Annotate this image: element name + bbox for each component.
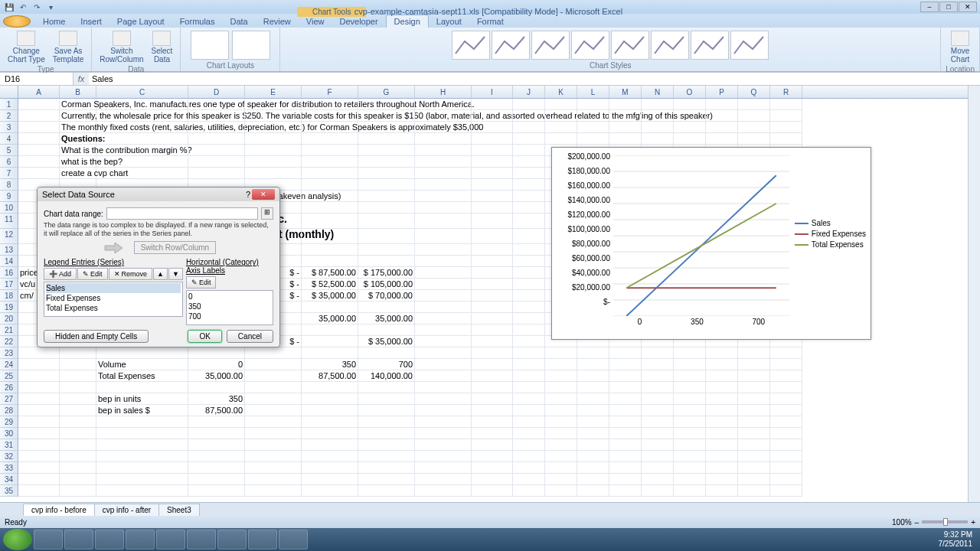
tab-formulas[interactable]: Formulas [172, 15, 223, 28]
chart-style-thumb[interactable] [452, 31, 490, 60]
cell[interactable] [642, 133, 674, 145]
cell[interactable] [706, 428, 738, 439]
cell[interactable] [577, 99, 609, 110]
cell[interactable] [642, 347, 674, 359]
cell[interactable] [577, 393, 609, 405]
chart-style-thumb[interactable] [531, 31, 570, 60]
cell[interactable] [513, 324, 545, 336]
tab-data[interactable]: Data [222, 15, 255, 28]
cell[interactable] [188, 474, 245, 485]
cell[interactable] [188, 156, 245, 168]
cell[interactable] [642, 485, 674, 497]
cell[interactable] [513, 290, 545, 302]
cell[interactable] [18, 439, 60, 451]
formula-input[interactable]: Sales [89, 73, 980, 85]
cell[interactable] [245, 99, 302, 110]
chart-style-thumb[interactable] [571, 31, 609, 60]
hidden-empty-cells-button[interactable]: Hidden and Empty Cells [44, 330, 149, 343]
cell[interactable] [577, 347, 609, 359]
cell[interactable] [415, 428, 472, 439]
cell[interactable] [245, 428, 302, 439]
cell[interactable] [738, 122, 770, 133]
cell[interactable] [415, 302, 472, 313]
cell[interactable] [706, 393, 738, 405]
row-header[interactable]: 3 [0, 122, 18, 133]
cell[interactable] [472, 290, 513, 302]
row-header[interactable]: 33 [0, 462, 18, 474]
cell[interactable] [545, 393, 577, 405]
cell[interactable] [18, 99, 60, 110]
ok-button[interactable]: OK [188, 330, 221, 343]
row-header[interactable]: 32 [0, 451, 18, 462]
cell[interactable] [18, 133, 60, 145]
cell[interactable] [545, 416, 577, 428]
column-header[interactable]: N [642, 86, 674, 98]
cell[interactable] [18, 370, 60, 382]
cell[interactable] [738, 133, 770, 145]
cell[interactable] [18, 156, 60, 168]
cell[interactable]: $ 35,000.00 [358, 336, 415, 347]
cell[interactable] [577, 370, 609, 382]
cell[interactable] [642, 462, 674, 474]
cell[interactable] [188, 99, 245, 110]
cell[interactable] [96, 168, 188, 179]
cell[interactable] [302, 462, 358, 474]
cell[interactable] [415, 214, 472, 229]
cell[interactable] [609, 382, 642, 393]
embedded-chart[interactable]: $200,000.00$180,000.00$160,000.00$140,00… [551, 147, 871, 340]
cell[interactable] [738, 382, 770, 393]
cell[interactable] [96, 110, 188, 122]
cell[interactable] [545, 110, 577, 122]
cell[interactable]: Questions: [60, 133, 96, 145]
tab-review[interactable]: Review [256, 15, 299, 28]
cell[interactable] [302, 229, 358, 244]
cell[interactable] [302, 405, 358, 416]
cell[interactable] [358, 122, 415, 133]
cell[interactable] [358, 324, 415, 336]
cell[interactable] [188, 439, 245, 451]
cell[interactable] [245, 156, 302, 168]
cell[interactable] [245, 462, 302, 474]
cell[interactable] [472, 393, 513, 405]
cell[interactable] [18, 474, 60, 485]
cell[interactable] [358, 428, 415, 439]
row-header[interactable]: 34 [0, 474, 18, 485]
cell[interactable] [358, 393, 415, 405]
cell[interactable] [513, 256, 545, 267]
cell[interactable]: What is the contribution margin %? [60, 145, 96, 156]
cell[interactable] [415, 191, 472, 202]
cell[interactable] [738, 359, 770, 370]
cell[interactable] [545, 99, 577, 110]
cell[interactable] [302, 202, 358, 214]
cell[interactable] [738, 347, 770, 359]
taskbar-folder-icon[interactable] [95, 530, 124, 549]
cell[interactable] [60, 347, 96, 359]
cell[interactable] [513, 244, 545, 256]
cell[interactable] [18, 359, 60, 370]
cell[interactable] [674, 439, 706, 451]
cell[interactable] [706, 347, 738, 359]
cell[interactable] [642, 405, 674, 416]
cell[interactable] [415, 416, 472, 428]
cell[interactable] [18, 168, 60, 179]
cell[interactable] [706, 474, 738, 485]
cell[interactable] [674, 359, 706, 370]
cell[interactable] [609, 462, 642, 474]
cell[interactable] [513, 313, 545, 324]
cell[interactable] [472, 451, 513, 462]
cell[interactable] [609, 451, 642, 462]
cell[interactable] [545, 359, 577, 370]
cell[interactable] [18, 451, 60, 462]
cell[interactable] [770, 359, 802, 370]
cell[interactable] [577, 133, 609, 145]
sheet-tab[interactable]: cvp info - after [94, 504, 159, 516]
cell[interactable] [472, 214, 513, 229]
cell[interactable] [96, 474, 188, 485]
cell[interactable] [60, 359, 96, 370]
cell[interactable] [415, 382, 472, 393]
cell[interactable] [96, 99, 188, 110]
cell[interactable] [18, 428, 60, 439]
cell[interactable] [415, 267, 472, 279]
row-header[interactable]: 6 [0, 156, 18, 168]
column-header[interactable]: M [609, 86, 642, 98]
